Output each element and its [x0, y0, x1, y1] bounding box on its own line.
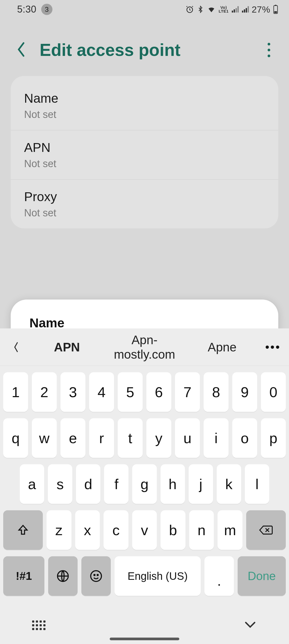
gesture-handle[interactable]: [110, 638, 179, 640]
hide-keyboard-button[interactable]: [244, 620, 257, 630]
keyboard: 1234567890 qwertyuiop asdfghjkl zxcvbnm …: [0, 366, 289, 607]
key-8[interactable]: 8: [204, 372, 229, 412]
setting-item-name[interactable]: Name Not set: [11, 81, 278, 131]
key-3[interactable]: 3: [60, 372, 85, 412]
battery-icon: [273, 5, 278, 14]
key-q[interactable]: q: [3, 418, 28, 458]
keyboard-switch-icon[interactable]: [32, 620, 45, 630]
key-h[interactable]: h: [161, 464, 185, 504]
key-m[interactable]: m: [218, 510, 242, 550]
key-7[interactable]: 7: [175, 372, 200, 412]
key-s[interactable]: s: [48, 464, 72, 504]
svg-point-5: [91, 571, 101, 581]
backspace-key[interactable]: [246, 510, 286, 550]
settings-list: Name Not set APN Not set Proxy Not set: [11, 76, 278, 228]
key-j[interactable]: j: [189, 464, 213, 504]
key-a[interactable]: a: [20, 464, 44, 504]
key-l[interactable]: l: [245, 464, 269, 504]
symbols-key[interactable]: !#1: [3, 556, 44, 596]
header: Edit access point: [0, 19, 289, 71]
suggestion-3[interactable]: Apne: [185, 340, 260, 354]
bluetooth-icon: [197, 5, 204, 14]
notification-count-badge: 3: [41, 4, 52, 15]
key-row-qwerty: qwertyuiop: [3, 418, 286, 458]
setting-label: Proxy: [24, 189, 265, 204]
key-4[interactable]: 4: [89, 372, 114, 412]
key-i[interactable]: i: [204, 418, 229, 458]
key-t[interactable]: t: [118, 418, 143, 458]
setting-value: Not set: [24, 207, 265, 219]
key-row-asdf: asdfghjkl: [3, 464, 286, 504]
setting-item-proxy[interactable]: Proxy Not set: [11, 180, 278, 228]
setting-label: Name: [24, 91, 265, 106]
key-f[interactable]: f: [104, 464, 128, 504]
suggestion-back-button[interactable]: [5, 341, 27, 354]
setting-value: Not set: [24, 158, 265, 170]
back-button[interactable]: [16, 41, 26, 59]
key-g[interactable]: g: [132, 464, 157, 504]
key-u[interactable]: u: [175, 418, 200, 458]
key-p[interactable]: p: [261, 418, 286, 458]
key-y[interactable]: y: [146, 418, 171, 458]
key-2[interactable]: 2: [32, 372, 57, 412]
suggestion-1[interactable]: APN: [29, 340, 104, 354]
page-title: Edit access point: [40, 40, 180, 60]
language-key[interactable]: [48, 556, 78, 596]
key-5[interactable]: 5: [118, 372, 143, 412]
done-key[interactable]: Done: [238, 556, 286, 596]
setting-value: Not set: [24, 109, 265, 120]
status-time: 5:30: [17, 4, 36, 15]
battery-percent: 27%: [252, 4, 270, 15]
key-row-zxcv: zxcvbnm: [3, 510, 286, 550]
emoji-key[interactable]: [81, 556, 111, 596]
suggestion-bar: APN Apn-mostly.com Apne •••: [0, 328, 289, 366]
suggestion-more-button[interactable]: •••: [262, 340, 284, 354]
setting-item-apn[interactable]: APN Not set: [11, 131, 278, 180]
volte-icon: Vo)LTE1: [219, 6, 229, 13]
signal-2-icon: [241, 6, 249, 13]
shift-key[interactable]: [3, 510, 43, 550]
statusbar: 5:30 3 Vo)LTE1 27%: [0, 0, 289, 19]
key-n[interactable]: n: [189, 510, 214, 550]
key-1[interactable]: 1: [3, 372, 28, 412]
alarm-icon: [185, 5, 194, 14]
svg-point-6: [94, 574, 95, 576]
period-key[interactable]: .: [204, 556, 234, 596]
key-x[interactable]: x: [75, 510, 100, 550]
key-row-bottom: !#1 English (US) . Done: [3, 556, 286, 596]
space-key[interactable]: English (US): [115, 556, 201, 596]
setting-label: APN: [24, 140, 265, 155]
wifi-icon: [207, 5, 216, 14]
keyboard-area: APN Apn-mostly.com Apne ••• 1234567890 q…: [0, 328, 289, 644]
key-b[interactable]: b: [161, 510, 185, 550]
key-9[interactable]: 9: [232, 372, 257, 412]
dialog-title: Name: [29, 316, 260, 330]
svg-point-7: [97, 574, 98, 576]
key-o[interactable]: o: [232, 418, 257, 458]
more-menu-button[interactable]: [268, 43, 276, 57]
key-k[interactable]: k: [217, 464, 241, 504]
key-r[interactable]: r: [89, 418, 114, 458]
svg-rect-2: [275, 5, 276, 6]
key-c[interactable]: c: [104, 510, 128, 550]
key-0[interactable]: 0: [261, 372, 286, 412]
key-w[interactable]: w: [32, 418, 57, 458]
key-z[interactable]: z: [47, 510, 71, 550]
key-d[interactable]: d: [76, 464, 100, 504]
key-6[interactable]: 6: [146, 372, 171, 412]
key-e[interactable]: e: [60, 418, 85, 458]
key-v[interactable]: v: [132, 510, 157, 550]
suggestion-2[interactable]: Apn-mostly.com: [107, 333, 182, 362]
signal-1-icon: [231, 6, 239, 13]
key-row-numbers: 1234567890: [3, 372, 286, 412]
svg-rect-3: [274, 11, 277, 13]
